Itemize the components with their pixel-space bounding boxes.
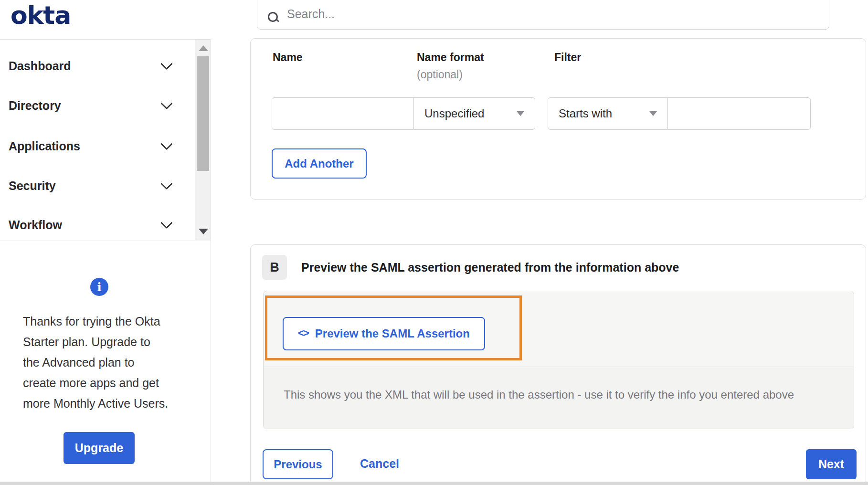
caret-down-icon	[517, 111, 524, 116]
global-search[interactable]	[257, 0, 829, 30]
upsell-line: Starter plan. Upgrade to	[23, 332, 190, 352]
step-b-badge: B	[262, 255, 287, 280]
chevron-down-icon	[160, 217, 172, 229]
sidebar-item-label: Directory	[9, 99, 61, 113]
search-input[interactable]	[286, 5, 829, 22]
scroll-up-icon[interactable]	[199, 45, 208, 51]
chevron-down-icon	[160, 138, 172, 150]
attribute-name-input[interactable]	[272, 97, 414, 130]
upsell-line: the Advanced plan to	[23, 352, 190, 373]
code-icon: <>	[298, 327, 308, 339]
sidebar-item-label: Dashboard	[9, 59, 71, 73]
next-button[interactable]: Next	[806, 449, 857, 479]
upsell-line: more Monthly Active Users.	[23, 393, 190, 414]
filter-field-group: Starts with	[548, 97, 811, 130]
chevron-down-icon	[160, 97, 172, 109]
upgrade-button[interactable]: Upgrade	[64, 432, 135, 464]
name-format-optional-label: (optional)	[417, 68, 463, 81]
sidebar-item-label: Workflow	[9, 218, 62, 232]
bottom-edge-strip	[0, 482, 868, 485]
sidebar-item-directory[interactable]: Directory	[0, 94, 193, 117]
attribute-statements-card: Name Name format (optional) Filter Unspe…	[250, 38, 866, 200]
sidebar-item-dashboard[interactable]: Dashboard	[0, 54, 193, 78]
upsell-line: Thanks for trying the Okta	[23, 311, 190, 332]
preview-panel	[263, 291, 854, 429]
sidebar-item-workflow[interactable]: Workflow	[0, 213, 193, 237]
upsell-line: create more apps and get	[23, 373, 190, 393]
sidebar-divider	[211, 39, 211, 485]
info-icon: i	[90, 278, 108, 296]
chevron-down-icon	[160, 178, 172, 190]
sidebar-item-label: Security	[9, 179, 56, 193]
previous-button[interactable]: Previous	[263, 449, 333, 479]
sidebar-item-applications[interactable]: Applications	[0, 134, 193, 158]
name-field-group: Unspecified	[272, 97, 535, 130]
scroll-down-icon[interactable]	[199, 229, 208, 234]
scrollbar-thumb[interactable]	[197, 56, 209, 171]
preview-saml-card: B Preview the SAML assertion generated f…	[250, 244, 866, 485]
caret-down-icon	[649, 111, 657, 116]
sidebar-nav: Dashboard Directory Applications Securit…	[0, 39, 211, 241]
filter-operator-select[interactable]: Starts with	[548, 97, 668, 130]
sidebar-item-security[interactable]: Security	[0, 174, 193, 198]
name-format-value: Unspecified	[424, 107, 484, 120]
name-column-label: Name	[273, 51, 303, 64]
chevron-down-icon	[160, 58, 172, 70]
upsell-message: Thanks for trying the Okta Starter plan.…	[23, 311, 190, 414]
preview-button-label: Preview the SAML Assertion	[315, 327, 470, 340]
cancel-button[interactable]: Cancel	[357, 456, 402, 471]
name-format-column-label: Name format	[417, 51, 484, 64]
preview-section-title: Preview the SAML assertion generated fro…	[301, 261, 679, 274]
preview-description: This shows you the XML that will be used…	[284, 388, 794, 401]
filter-operator-value: Starts with	[559, 107, 612, 120]
filter-column-label: Filter	[554, 51, 581, 64]
okta-admin-screen: okta Dashboard Directory Applications Se…	[0, 0, 868, 485]
sidebar-scrollbar[interactable]	[195, 40, 211, 240]
filter-value-input[interactable]	[668, 97, 811, 130]
add-another-button[interactable]: Add Another	[272, 148, 367, 179]
okta-logo: okta	[11, 1, 71, 30]
name-format-select[interactable]: Unspecified	[414, 97, 535, 130]
search-icon	[268, 12, 278, 22]
sidebar-item-label: Applications	[9, 139, 80, 153]
preview-saml-assertion-button[interactable]: <> Preview the SAML Assertion	[283, 317, 485, 350]
